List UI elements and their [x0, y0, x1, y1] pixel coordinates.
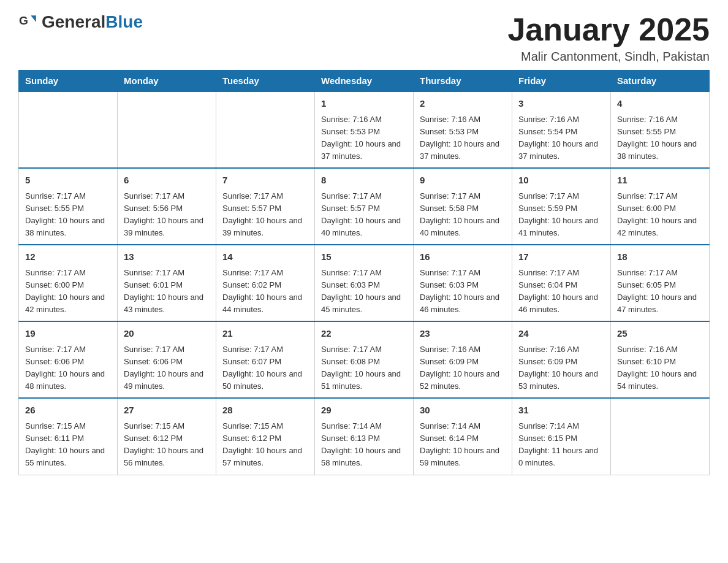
weekday-header: Monday [118, 71, 216, 92]
day-number: 14 [222, 250, 308, 264]
calendar-day-cell: 26Sunrise: 7:15 AM Sunset: 6:11 PM Dayli… [19, 398, 118, 475]
title-section: January 2025 Malir Cantonment, Sindh, Pa… [507, 12, 710, 64]
day-info: Sunrise: 7:17 AM Sunset: 5:56 PM Dayligh… [124, 190, 210, 240]
day-info: Sunrise: 7:15 AM Sunset: 6:12 PM Dayligh… [124, 420, 210, 470]
day-info: Sunrise: 7:17 AM Sunset: 6:00 PM Dayligh… [25, 267, 111, 316]
day-info: Sunrise: 7:17 AM Sunset: 6:03 PM Dayligh… [420, 267, 506, 316]
day-number: 31 [518, 404, 604, 418]
day-number: 22 [321, 327, 407, 341]
calendar-day-cell: 22Sunrise: 7:17 AM Sunset: 6:08 PM Dayli… [315, 321, 414, 398]
calendar-day-cell: 23Sunrise: 7:16 AM Sunset: 6:09 PM Dayli… [414, 321, 512, 398]
calendar-day-cell: 12Sunrise: 7:17 AM Sunset: 6:00 PM Dayli… [19, 245, 118, 321]
calendar-day-cell: 30Sunrise: 7:14 AM Sunset: 6:14 PM Dayli… [414, 398, 512, 475]
day-number: 2 [420, 97, 506, 111]
month-title: January 2025 [507, 12, 710, 47]
day-info: Sunrise: 7:14 AM Sunset: 6:15 PM Dayligh… [518, 420, 604, 470]
calendar-day-cell: 14Sunrise: 7:17 AM Sunset: 6:02 PM Dayli… [216, 245, 315, 321]
calendar-week-row: 19Sunrise: 7:17 AM Sunset: 6:06 PM Dayli… [19, 321, 710, 398]
day-info: Sunrise: 7:17 AM Sunset: 6:02 PM Dayligh… [222, 267, 308, 316]
logo-general: General [42, 12, 105, 31]
calendar-day-cell [19, 91, 118, 168]
location: Malir Cantonment, Sindh, Pakistan [507, 50, 710, 64]
calendar-day-cell: 11Sunrise: 7:17 AM Sunset: 6:00 PM Dayli… [611, 168, 710, 245]
weekday-header: Tuesday [216, 71, 315, 92]
calendar-day-cell: 2Sunrise: 7:16 AM Sunset: 5:53 PM Daylig… [414, 91, 512, 168]
calendar-day-cell: 8Sunrise: 7:17 AM Sunset: 5:57 PM Daylig… [315, 168, 414, 245]
day-info: Sunrise: 7:17 AM Sunset: 6:04 PM Dayligh… [518, 267, 604, 316]
calendar-day-cell: 4Sunrise: 7:16 AM Sunset: 5:55 PM Daylig… [611, 91, 710, 168]
weekday-header: Thursday [414, 71, 512, 92]
day-info: Sunrise: 7:16 AM Sunset: 6:10 PM Dayligh… [617, 343, 703, 393]
day-info: Sunrise: 7:16 AM Sunset: 5:55 PM Dayligh… [617, 113, 703, 163]
day-info: Sunrise: 7:17 AM Sunset: 6:06 PM Dayligh… [124, 343, 210, 393]
weekday-header: Friday [512, 71, 611, 92]
day-number: 27 [124, 404, 210, 418]
svg-marker-1 [31, 15, 36, 22]
calendar-day-cell [118, 91, 216, 168]
day-number: 9 [420, 174, 506, 188]
day-info: Sunrise: 7:16 AM Sunset: 5:53 PM Dayligh… [420, 113, 506, 163]
day-info: Sunrise: 7:17 AM Sunset: 6:00 PM Dayligh… [617, 190, 703, 240]
logo-icon: G [18, 12, 38, 32]
day-number: 15 [321, 250, 407, 264]
day-info: Sunrise: 7:16 AM Sunset: 6:09 PM Dayligh… [420, 343, 506, 393]
page-header: G GeneralBlue January 2025 Malir Cantonm… [18, 12, 710, 64]
day-number: 5 [25, 174, 111, 188]
day-info: Sunrise: 7:17 AM Sunset: 6:01 PM Dayligh… [124, 267, 210, 316]
day-number: 8 [321, 174, 407, 188]
calendar-day-cell: 24Sunrise: 7:16 AM Sunset: 6:09 PM Dayli… [512, 321, 611, 398]
day-number: 25 [617, 327, 703, 341]
calendar-day-cell: 29Sunrise: 7:14 AM Sunset: 6:13 PM Dayli… [315, 398, 414, 475]
calendar-day-cell: 28Sunrise: 7:15 AM Sunset: 6:12 PM Dayli… [216, 398, 315, 475]
day-info: Sunrise: 7:17 AM Sunset: 6:05 PM Dayligh… [617, 267, 703, 316]
day-info: Sunrise: 7:16 AM Sunset: 5:54 PM Dayligh… [518, 113, 604, 163]
calendar-day-cell: 5Sunrise: 7:17 AM Sunset: 5:55 PM Daylig… [19, 168, 118, 245]
day-info: Sunrise: 7:17 AM Sunset: 6:03 PM Dayligh… [321, 267, 407, 316]
day-number: 1 [321, 97, 407, 111]
calendar-day-cell: 1Sunrise: 7:16 AM Sunset: 5:53 PM Daylig… [315, 91, 414, 168]
day-number: 13 [124, 250, 210, 264]
day-number: 10 [518, 174, 604, 188]
weekday-header: Sunday [19, 71, 118, 92]
day-number: 3 [518, 97, 604, 111]
day-number: 11 [617, 174, 703, 188]
day-number: 28 [222, 404, 308, 418]
day-info: Sunrise: 7:17 AM Sunset: 5:57 PM Dayligh… [321, 190, 407, 240]
weekday-header: Saturday [611, 71, 710, 92]
calendar-header: SundayMondayTuesdayWednesdayThursdayFrid… [19, 71, 710, 92]
day-info: Sunrise: 7:15 AM Sunset: 6:11 PM Dayligh… [25, 420, 111, 470]
logo: G GeneralBlue [18, 12, 143, 32]
day-info: Sunrise: 7:17 AM Sunset: 6:07 PM Dayligh… [222, 343, 308, 393]
logo-text: GeneralBlue [42, 12, 143, 32]
day-number: 12 [25, 250, 111, 264]
day-number: 18 [617, 250, 703, 264]
calendar-week-row: 12Sunrise: 7:17 AM Sunset: 6:00 PM Dayli… [19, 245, 710, 321]
day-info: Sunrise: 7:17 AM Sunset: 6:08 PM Dayligh… [321, 343, 407, 393]
svg-text:G: G [19, 14, 28, 27]
day-info: Sunrise: 7:17 AM Sunset: 5:58 PM Dayligh… [420, 190, 506, 240]
day-number: 7 [222, 174, 308, 188]
day-number: 26 [25, 404, 111, 418]
calendar-day-cell: 20Sunrise: 7:17 AM Sunset: 6:06 PM Dayli… [118, 321, 216, 398]
calendar-day-cell: 17Sunrise: 7:17 AM Sunset: 6:04 PM Dayli… [512, 245, 611, 321]
calendar-day-cell: 3Sunrise: 7:16 AM Sunset: 5:54 PM Daylig… [512, 91, 611, 168]
day-info: Sunrise: 7:15 AM Sunset: 6:12 PM Dayligh… [222, 420, 308, 470]
calendar-day-cell: 21Sunrise: 7:17 AM Sunset: 6:07 PM Dayli… [216, 321, 315, 398]
calendar-day-cell: 31Sunrise: 7:14 AM Sunset: 6:15 PM Dayli… [512, 398, 611, 475]
calendar-day-cell: 15Sunrise: 7:17 AM Sunset: 6:03 PM Dayli… [315, 245, 414, 321]
day-number: 6 [124, 174, 210, 188]
day-info: Sunrise: 7:16 AM Sunset: 5:53 PM Dayligh… [321, 113, 407, 163]
calendar-table: SundayMondayTuesdayWednesdayThursdayFrid… [18, 70, 710, 475]
calendar-day-cell: 16Sunrise: 7:17 AM Sunset: 6:03 PM Dayli… [414, 245, 512, 321]
calendar-day-cell: 25Sunrise: 7:16 AM Sunset: 6:10 PM Dayli… [611, 321, 710, 398]
weekday-row: SundayMondayTuesdayWednesdayThursdayFrid… [19, 71, 710, 92]
calendar-day-cell: 9Sunrise: 7:17 AM Sunset: 5:58 PM Daylig… [414, 168, 512, 245]
day-number: 29 [321, 404, 407, 418]
day-number: 19 [25, 327, 111, 341]
logo-blue: Blue [105, 12, 143, 31]
day-info: Sunrise: 7:17 AM Sunset: 5:59 PM Dayligh… [518, 190, 604, 240]
calendar-day-cell [611, 398, 710, 475]
calendar-day-cell: 27Sunrise: 7:15 AM Sunset: 6:12 PM Dayli… [118, 398, 216, 475]
weekday-header: Wednesday [315, 71, 414, 92]
day-number: 4 [617, 97, 703, 111]
